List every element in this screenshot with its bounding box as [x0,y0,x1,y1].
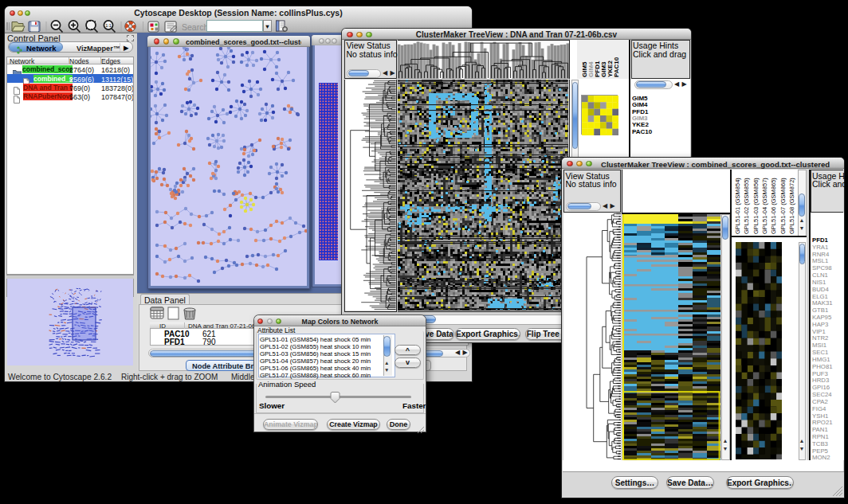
svg-text:1:1: 1:1 [105,23,112,28]
